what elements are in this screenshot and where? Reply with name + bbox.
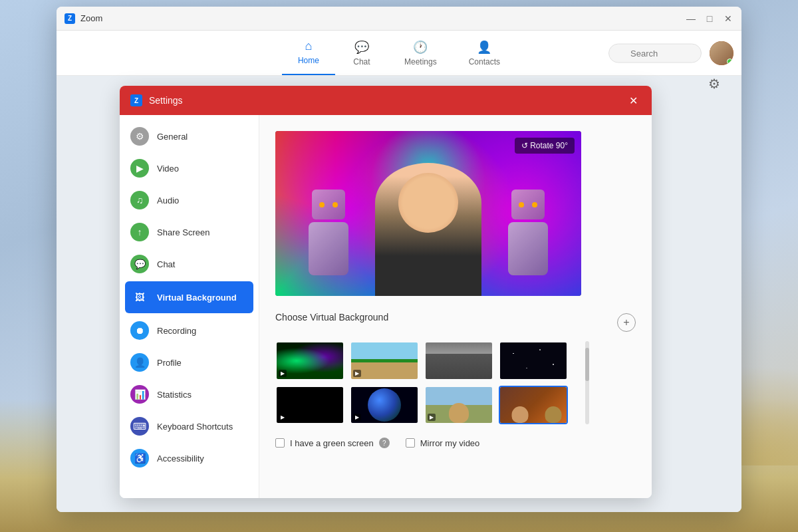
mirror-video-label: Mirror my video	[420, 438, 480, 448]
settings-body: ⚙ General ▶ Video ♫ Audio ↑ Share Screen	[120, 115, 652, 498]
settings-app-icon: Z	[130, 94, 142, 106]
meetings-icon: 🕐	[413, 40, 428, 55]
black-bg	[277, 387, 343, 424]
window-controls: — □ ✕	[686, 13, 733, 24]
sidebar-item-general[interactable]: ⚙ General	[120, 120, 259, 152]
accessibility-icon: ♿	[130, 449, 149, 467]
sidebar-label-profile: Profile	[157, 358, 182, 368]
dog-bg	[426, 387, 492, 424]
green-screen-checkbox[interactable]	[275, 438, 285, 448]
video-preview-inner: ↺ Rotate 90°	[275, 131, 581, 296]
sidebar-label-chat: Chat	[157, 259, 175, 269]
sidebar-item-audio[interactable]: ♫ Audio	[120, 184, 259, 216]
add-background-button[interactable]: +	[617, 313, 636, 332]
online-status-dot	[727, 59, 733, 65]
vbg-section-header: Choose Virtual Background +	[275, 312, 636, 333]
vbg-thumb-space[interactable]	[499, 341, 568, 380]
general-icon: ⚙	[130, 127, 149, 146]
video-icon: ▶	[130, 159, 149, 178]
search-input[interactable]	[608, 43, 702, 63]
sidebar-item-share-screen[interactable]: ↑ Share Screen	[120, 216, 259, 248]
sidebar-item-statistics[interactable]: 📊 Statistics	[120, 378, 259, 410]
settings-header: Z Settings ✕	[120, 86, 652, 115]
vbg-video-icon-beach: ▶	[353, 370, 361, 377]
video-face	[398, 173, 458, 233]
tab-home-label: Home	[298, 56, 319, 65]
beach-bg	[351, 342, 418, 379]
tab-meetings-label: Meetings	[404, 57, 437, 66]
tab-chat[interactable]: 💬 Chat	[335, 31, 388, 75]
vbg-thumb-dog[interactable]: ▶	[424, 386, 493, 425]
office-bg	[426, 342, 492, 379]
app-icon: Z	[65, 13, 75, 24]
vbg-thumb-cats[interactable]	[499, 386, 568, 425]
profile-icon: 👤	[130, 353, 149, 372]
tab-contacts-label: Contacts	[469, 57, 500, 66]
earth-bg	[351, 387, 418, 424]
avatar[interactable]	[710, 41, 733, 65]
sidebar-item-video[interactable]: ▶ Video	[120, 152, 259, 184]
cats-bg	[500, 387, 567, 424]
tab-contacts[interactable]: 👤 Contacts	[453, 31, 516, 75]
mirror-video-option[interactable]: Mirror my video	[406, 438, 480, 448]
vbg-thumb-aurora[interactable]: ▶	[275, 341, 344, 380]
search-area: 🔍	[608, 43, 702, 63]
tab-home[interactable]: ⌂ Home	[282, 31, 335, 75]
audio-icon: ♫	[130, 191, 149, 209]
maximize-button[interactable]: □	[704, 13, 715, 24]
home-icon: ⌂	[305, 39, 313, 53]
green-screen-help-icon[interactable]: ?	[379, 438, 390, 448]
robot-eye-right-1	[519, 202, 524, 207]
minimize-button[interactable]: —	[686, 13, 696, 24]
sidebar-label-statistics: Statistics	[157, 390, 192, 400]
settings-close-button[interactable]: ✕	[625, 92, 641, 108]
robot-left	[295, 190, 362, 296]
sidebar-item-keyboard-shortcuts[interactable]: ⌨ Keyboard Shortcuts	[120, 410, 259, 442]
sidebar-item-virtual-background[interactable]: 🖼 Virtual Background	[125, 281, 253, 313]
sidebar-item-profile[interactable]: 👤 Profile	[120, 346, 259, 378]
robot-eye-left-1	[319, 202, 325, 207]
settings-sidebar: ⚙ General ▶ Video ♫ Audio ↑ Share Screen	[120, 115, 259, 498]
settings-gear-icon[interactable]: ⚙	[708, 76, 720, 92]
vbg-thumb-office[interactable]	[424, 341, 493, 380]
green-screen-option[interactable]: I have a green screen ?	[275, 438, 390, 448]
vbg-thumb-black[interactable]: ▶	[275, 386, 344, 425]
settings-title: Settings	[149, 95, 625, 106]
contacts-icon: 👤	[477, 40, 491, 55]
robot-right	[495, 190, 561, 296]
tab-meetings[interactable]: 🕐 Meetings	[388, 31, 453, 75]
sidebar-label-accessibility: Accessibility	[157, 454, 204, 464]
vbg-thumb-beach[interactable]: ▶	[350, 341, 419, 380]
app-content: ⚙ Z Settings ✕ ⚙ General	[57, 76, 741, 512]
video-preview: ↺ Rotate 90°	[275, 131, 581, 296]
sidebar-item-chat[interactable]: 💬 Chat	[120, 248, 259, 280]
chat-sidebar-icon: 💬	[130, 255, 149, 273]
vbg-video-icon-aurora: ▶	[279, 370, 287, 377]
mirror-video-checkbox[interactable]	[406, 438, 415, 448]
aurora-bg	[277, 342, 343, 379]
sidebar-label-audio: Audio	[157, 196, 179, 205]
vbg-thumb-earth[interactable]: ▶	[350, 386, 419, 425]
rotate-button[interactable]: ↺ Rotate 90°	[515, 138, 575, 154]
close-button[interactable]: ✕	[723, 13, 733, 24]
space-bg	[500, 342, 567, 379]
sidebar-label-recording: Recording	[157, 326, 196, 336]
recording-icon: ⏺	[130, 321, 149, 340]
sidebar-item-accessibility[interactable]: ♿ Accessibility	[120, 442, 259, 474]
vbg-video-icon-dog: ▶	[428, 414, 436, 421]
statistics-icon: 📊	[130, 385, 149, 404]
vbg-scrollbar-thumb	[585, 348, 589, 381]
vbg-video-icon-earth: ▶	[353, 414, 361, 421]
app-window: Z Zoom — □ ✕ ⌂ Home 💬 Chat 🕐 Meetings 👤	[57, 7, 741, 512]
vbg-grid: ▶ ▶	[275, 341, 568, 424]
robot-eyes-right	[519, 202, 537, 207]
virtual-background-icon: 🖼	[130, 288, 149, 307]
sidebar-item-recording[interactable]: ⏺ Recording	[120, 315, 259, 346]
vbg-scrollbar[interactable]	[585, 341, 589, 424]
robot-eye-right-2	[532, 202, 537, 207]
search-wrapper: 🔍	[608, 43, 702, 63]
tab-chat-label: Chat	[353, 57, 370, 66]
app-title: Zoom	[80, 13, 686, 23]
robot-eyes-left	[319, 202, 338, 207]
vbg-grid-wrapper: ▶ ▶	[275, 341, 581, 424]
